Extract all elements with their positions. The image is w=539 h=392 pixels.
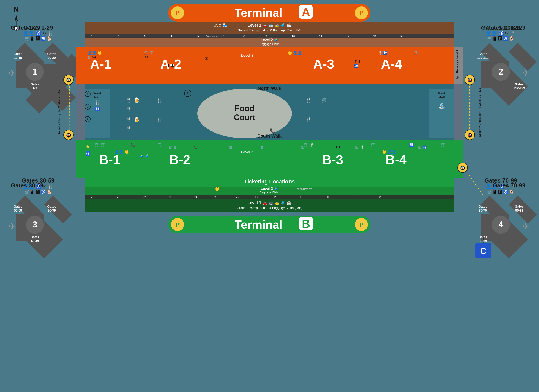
svg-text:Gates: Gates (479, 235, 487, 239)
svg-text:7: 7 (222, 35, 224, 38)
svg-point-45 (492, 63, 510, 81)
svg-text:C: C (480, 246, 486, 256)
svg-text:⬆⬇: ⬆⬇ (144, 56, 149, 59)
svg-text:USO 🏪: USO 🏪 (213, 23, 227, 27)
svg-text:🛒 🛒: 🛒 🛒 (94, 142, 106, 147)
svg-text:B-4: B-4 (385, 152, 406, 167)
svg-text:🛒📱 🅿 ♿ 🐕: 🛒📱 🅿 ♿ 🐕 (24, 36, 52, 41)
svg-text:8: 8 (243, 35, 245, 38)
svg-text:28: 28 (274, 196, 277, 199)
svg-rect-204 (299, 217, 313, 231)
svg-text:🍴: 🍴 (156, 117, 163, 123)
svg-marker-22 (44, 196, 72, 224)
svg-text:B-3: B-3 (322, 152, 343, 167)
svg-marker-5 (44, 43, 72, 71)
svg-marker-52 (509, 196, 537, 224)
svg-rect-107 (77, 84, 462, 142)
svg-text:👶 👤👤: 👶 👤👤 (382, 150, 396, 154)
svg-text:🍺: 🍺 (134, 97, 140, 103)
svg-text:🛒: 🛒 (229, 145, 233, 149)
svg-rect-0 (0, 0, 539, 392)
svg-text:80-89: 80-89 (479, 239, 487, 243)
svg-text:Court: Court (234, 113, 255, 122)
svg-rect-190 (168, 4, 371, 22)
svg-text:?: ? (87, 118, 89, 121)
svg-text:👤👤 ♿ ✂ 🍴: 👤👤 ♿ ✂ 🍴 (23, 31, 53, 36)
svg-text:11: 11 (319, 35, 322, 38)
svg-text:South Walk: South Walk (257, 134, 282, 138)
svg-point-191 (171, 6, 184, 19)
svg-text:31: 31 (352, 196, 355, 199)
svg-point-213 (64, 130, 73, 140)
svg-point-130 (197, 89, 292, 138)
svg-text:4: 4 (498, 220, 503, 229)
svg-text:112-129: 112-129 (513, 86, 525, 90)
svg-point-201 (355, 218, 368, 231)
gates-1-29-panel: Gates 1-29 (11, 24, 40, 31)
svg-text:21: 21 (117, 196, 120, 199)
svg-text:👤👤 👶: 👤👤 👶 (88, 51, 102, 55)
svg-text:26: 26 (236, 196, 239, 199)
svg-text:🛒: 🛒 (321, 97, 328, 103)
svg-text:⬆⬇: ⬆⬇ (354, 59, 361, 64)
svg-text:1: 1 (32, 67, 37, 76)
svg-text:6: 6 (209, 35, 210, 38)
svg-text:🛒 🍴: 🛒 🍴 (261, 145, 270, 149)
svg-text:🧳 🧳: 🧳 🧳 (139, 154, 149, 158)
svg-text:B-1: B-1 (99, 152, 120, 167)
svg-rect-109 (77, 84, 85, 142)
svg-marker-51 (481, 196, 509, 224)
svg-text:P: P (359, 221, 364, 228)
svg-rect-126 (429, 89, 454, 138)
svg-point-31 (26, 216, 44, 234)
svg-text:🚇: 🚇 (467, 78, 472, 83)
svg-text:East: East (438, 91, 445, 95)
svg-rect-3 (37, 64, 62, 89)
svg-text:🍴: 🍴 (126, 117, 132, 123)
svg-text:🛒: 🛒 (414, 51, 418, 55)
svg-text:🍴: 🍴 (156, 97, 163, 103)
svg-text:🛒: 🛒 (157, 142, 163, 147)
svg-marker-207 (14, 14, 18, 21)
svg-marker-4 (16, 43, 44, 71)
svg-rect-115 (85, 89, 110, 138)
svg-text:B-2: B-2 (169, 152, 190, 167)
svg-rect-67 (85, 22, 454, 34)
svg-text:50-59: 50-59 (14, 208, 22, 212)
svg-text:A-2: A-2 (160, 57, 181, 71)
svg-text:👶 👤👤: 👶 👤👤 (288, 51, 302, 55)
svg-text:Door Numbers: Door Numbers (205, 35, 222, 38)
svg-text:25: 25 (213, 196, 217, 199)
svg-text:27: 27 (255, 196, 258, 199)
svg-text:100-111: 100-111 (477, 56, 489, 60)
svg-text:📞: 📞 (270, 128, 276, 134)
svg-text:🛒📱 🅿 ♿ 🐕: 🛒📱 🅿 ♿ 🐕 (487, 36, 515, 41)
svg-text:✈: ✈ (9, 222, 16, 231)
svg-text:Hyatt Regency - Level 4: Hyatt Regency - Level 4 (456, 50, 459, 80)
svg-text:West: West (93, 91, 101, 95)
svg-point-220 (458, 163, 467, 173)
svg-text:🛒📱 🅿 ♿ 🐕: 🛒📱 🅿 ♿ 🐕 (24, 189, 52, 194)
gates-70-99-panel: Gates 70-99 (493, 182, 525, 189)
svg-text:North Walk: North Walk (258, 86, 282, 91)
svg-text:🛒📱 🅿 ♿ 🐕: 🛒📱 🅿 ♿ 🐕 (487, 189, 515, 194)
svg-text:Baggage Claim: Baggage Claim (260, 42, 280, 46)
svg-text:✈: ✈ (9, 68, 16, 78)
svg-rect-172 (85, 195, 454, 199)
svg-text:🛒 🚻: 🛒 🚻 (418, 145, 427, 149)
svg-text:🍺: 🍺 (134, 117, 140, 123)
svg-text:Gates: Gates (48, 205, 56, 208)
svg-text:P: P (176, 10, 180, 16)
svg-marker-7 (25, 68, 63, 106)
gates-100-129-label: Gates 100-129 (486, 24, 525, 31)
svg-text:3: 3 (32, 220, 37, 229)
svg-text:Hall: Hall (94, 95, 101, 99)
svg-rect-113 (454, 47, 462, 84)
svg-text:🍴: 🍴 (126, 106, 132, 113)
svg-text:Level 2  🧳: Level 2 🧳 (261, 38, 279, 42)
svg-text:Gates: Gates (479, 205, 487, 208)
svg-text:10: 10 (292, 35, 295, 38)
svg-text:Gates: Gates (31, 235, 39, 239)
svg-text:P: P (176, 221, 180, 228)
svg-text:B: B (302, 217, 310, 230)
